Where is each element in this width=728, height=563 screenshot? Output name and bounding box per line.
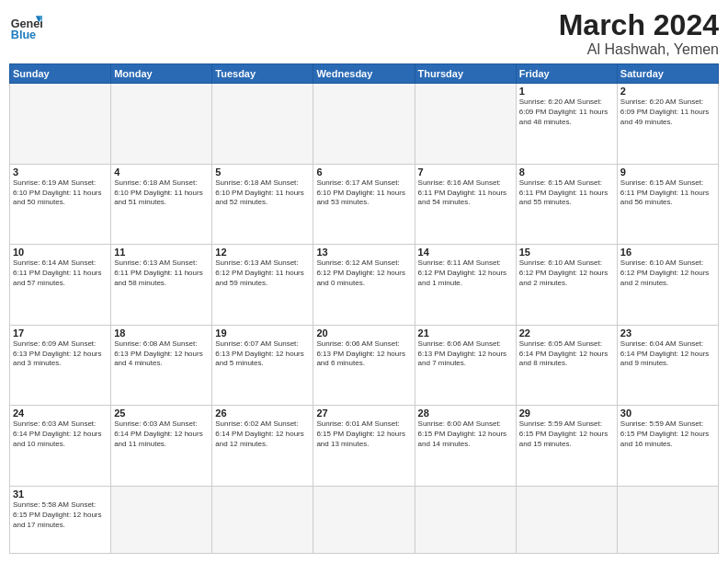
page-header: General Blue March 2024 Al Hashwah, Yeme… <box>9 9 719 58</box>
day-number: 5 <box>215 167 310 178</box>
day-info: Sunrise: 6:00 AM Sunset: 6:15 PM Dayligh… <box>418 419 513 449</box>
main-title: March 2024 <box>559 9 719 41</box>
table-row <box>415 487 516 554</box>
table-row: 19Sunrise: 6:07 AM Sunset: 6:13 PM Dayli… <box>212 325 313 406</box>
day-number: 19 <box>215 327 310 339</box>
table-row: 27Sunrise: 6:01 AM Sunset: 6:15 PM Dayli… <box>313 406 415 487</box>
table-row: 13Sunrise: 6:12 AM Sunset: 6:12 PM Dayli… <box>313 245 415 326</box>
day-info: Sunrise: 6:06 AM Sunset: 6:13 PM Dayligh… <box>316 339 411 369</box>
day-info: Sunrise: 6:06 AM Sunset: 6:13 PM Dayligh… <box>418 339 513 369</box>
day-info: Sunrise: 6:20 AM Sunset: 6:09 PM Dayligh… <box>620 98 715 127</box>
day-info: Sunrise: 6:18 AM Sunset: 6:10 PM Dayligh… <box>215 178 310 208</box>
table-row: 17Sunrise: 6:09 AM Sunset: 6:13 PM Dayli… <box>10 325 111 406</box>
day-number: 28 <box>418 408 513 419</box>
day-number: 21 <box>418 327 513 339</box>
table-row: 26Sunrise: 6:02 AM Sunset: 6:14 PM Dayli… <box>212 406 313 487</box>
header-thursday: Thursday <box>415 64 516 84</box>
table-row <box>10 84 111 165</box>
table-row: 7Sunrise: 6:16 AM Sunset: 6:11 PM Daylig… <box>415 164 516 245</box>
day-number: 3 <box>13 167 108 178</box>
day-info: Sunrise: 6:10 AM Sunset: 6:12 PM Dayligh… <box>620 259 715 288</box>
day-number: 4 <box>114 167 209 178</box>
table-row: 30Sunrise: 5:59 AM Sunset: 6:15 PM Dayli… <box>617 406 718 487</box>
day-info: Sunrise: 6:07 AM Sunset: 6:13 PM Dayligh… <box>215 339 310 369</box>
table-row <box>212 84 313 165</box>
logo-icon: General Blue <box>9 9 42 42</box>
calendar-header-row: Sunday Monday Tuesday Wednesday Thursday… <box>10 64 719 84</box>
logo: General Blue <box>9 9 42 42</box>
day-number: 12 <box>215 247 310 258</box>
table-row: 14Sunrise: 6:11 AM Sunset: 6:12 PM Dayli… <box>415 245 516 326</box>
table-row: 28Sunrise: 6:00 AM Sunset: 6:15 PM Dayli… <box>415 406 516 487</box>
header-sunday: Sunday <box>10 64 111 84</box>
day-info: Sunrise: 6:16 AM Sunset: 6:11 PM Dayligh… <box>418 178 513 208</box>
day-number: 25 <box>114 408 209 419</box>
table-row: 4Sunrise: 6:18 AM Sunset: 6:10 PM Daylig… <box>111 164 212 245</box>
table-row: 3Sunrise: 6:19 AM Sunset: 6:10 PM Daylig… <box>10 164 111 245</box>
day-info: Sunrise: 6:01 AM Sunset: 6:15 PM Dayligh… <box>316 419 411 449</box>
table-row <box>415 84 516 165</box>
header-friday: Friday <box>516 64 617 84</box>
day-number: 6 <box>316 167 411 178</box>
table-row <box>313 487 415 554</box>
day-number: 27 <box>316 408 411 419</box>
day-info: Sunrise: 6:18 AM Sunset: 6:10 PM Dayligh… <box>114 178 209 208</box>
table-row: 6Sunrise: 6:17 AM Sunset: 6:10 PM Daylig… <box>313 164 415 245</box>
header-saturday: Saturday <box>617 64 718 84</box>
table-row <box>212 487 313 554</box>
day-info: Sunrise: 6:13 AM Sunset: 6:11 PM Dayligh… <box>114 259 209 288</box>
day-info: Sunrise: 6:17 AM Sunset: 6:10 PM Dayligh… <box>316 178 411 208</box>
header-monday: Monday <box>111 64 212 84</box>
header-tuesday: Tuesday <box>212 64 313 84</box>
day-number: 20 <box>316 327 411 339</box>
table-row: 18Sunrise: 6:08 AM Sunset: 6:13 PM Dayli… <box>111 325 212 406</box>
table-row: 24Sunrise: 6:03 AM Sunset: 6:14 PM Dayli… <box>10 406 111 487</box>
day-info: Sunrise: 6:03 AM Sunset: 6:14 PM Dayligh… <box>13 419 108 449</box>
day-number: 22 <box>519 327 614 339</box>
table-row <box>617 487 718 554</box>
day-number: 1 <box>519 86 614 97</box>
day-info: Sunrise: 6:05 AM Sunset: 6:14 PM Dayligh… <box>519 339 614 369</box>
table-row: 23Sunrise: 6:04 AM Sunset: 6:14 PM Dayli… <box>617 325 718 406</box>
day-number: 18 <box>114 327 209 339</box>
table-row: 21Sunrise: 6:06 AM Sunset: 6:13 PM Dayli… <box>415 325 516 406</box>
table-row: 12Sunrise: 6:13 AM Sunset: 6:12 PM Dayli… <box>212 245 313 326</box>
day-info: Sunrise: 6:14 AM Sunset: 6:11 PM Dayligh… <box>13 259 108 288</box>
day-number: 15 <box>519 247 614 258</box>
table-row: 9Sunrise: 6:15 AM Sunset: 6:11 PM Daylig… <box>617 164 718 245</box>
day-info: Sunrise: 5:58 AM Sunset: 6:15 PM Dayligh… <box>13 500 108 530</box>
day-number: 29 <box>519 408 614 419</box>
table-row: 5Sunrise: 6:18 AM Sunset: 6:10 PM Daylig… <box>212 164 313 245</box>
day-info: Sunrise: 6:10 AM Sunset: 6:12 PM Dayligh… <box>519 259 614 288</box>
day-number: 16 <box>620 247 715 258</box>
day-info: Sunrise: 6:11 AM Sunset: 6:12 PM Dayligh… <box>418 259 513 288</box>
day-info: Sunrise: 6:12 AM Sunset: 6:12 PM Dayligh… <box>316 259 411 288</box>
table-row: 31Sunrise: 5:58 AM Sunset: 6:15 PM Dayli… <box>10 487 111 554</box>
header-wednesday: Wednesday <box>313 64 415 84</box>
day-info: Sunrise: 6:20 AM Sunset: 6:09 PM Dayligh… <box>519 98 614 127</box>
calendar-table: Sunday Monday Tuesday Wednesday Thursday… <box>9 63 719 554</box>
table-row: 29Sunrise: 5:59 AM Sunset: 6:15 PM Dayli… <box>516 406 617 487</box>
day-number: 13 <box>316 247 411 258</box>
day-number: 24 <box>13 408 108 419</box>
day-number: 10 <box>13 247 108 258</box>
day-info: Sunrise: 6:19 AM Sunset: 6:10 PM Dayligh… <box>13 178 108 208</box>
day-number: 7 <box>418 167 513 178</box>
day-number: 2 <box>620 86 715 97</box>
table-row: 2Sunrise: 6:20 AM Sunset: 6:09 PM Daylig… <box>617 84 718 165</box>
table-row: 10Sunrise: 6:14 AM Sunset: 6:11 PM Dayli… <box>10 245 111 326</box>
day-number: 17 <box>13 327 108 339</box>
day-info: Sunrise: 6:02 AM Sunset: 6:14 PM Dayligh… <box>215 419 310 449</box>
day-info: Sunrise: 6:04 AM Sunset: 6:14 PM Dayligh… <box>620 339 715 369</box>
day-number: 8 <box>519 167 614 178</box>
day-number: 14 <box>418 247 513 258</box>
day-info: Sunrise: 6:15 AM Sunset: 6:11 PM Dayligh… <box>620 178 715 208</box>
day-number: 11 <box>114 247 209 258</box>
table-row: 16Sunrise: 6:10 AM Sunset: 6:12 PM Dayli… <box>617 245 718 326</box>
day-info: Sunrise: 6:15 AM Sunset: 6:11 PM Dayligh… <box>519 178 614 208</box>
sub-title: Al Hashwah, Yemen <box>559 41 719 58</box>
day-info: Sunrise: 6:09 AM Sunset: 6:13 PM Dayligh… <box>13 339 108 369</box>
table-row: 25Sunrise: 6:03 AM Sunset: 6:14 PM Dayli… <box>111 406 212 487</box>
table-row <box>516 487 617 554</box>
svg-text:Blue: Blue <box>11 29 36 41</box>
